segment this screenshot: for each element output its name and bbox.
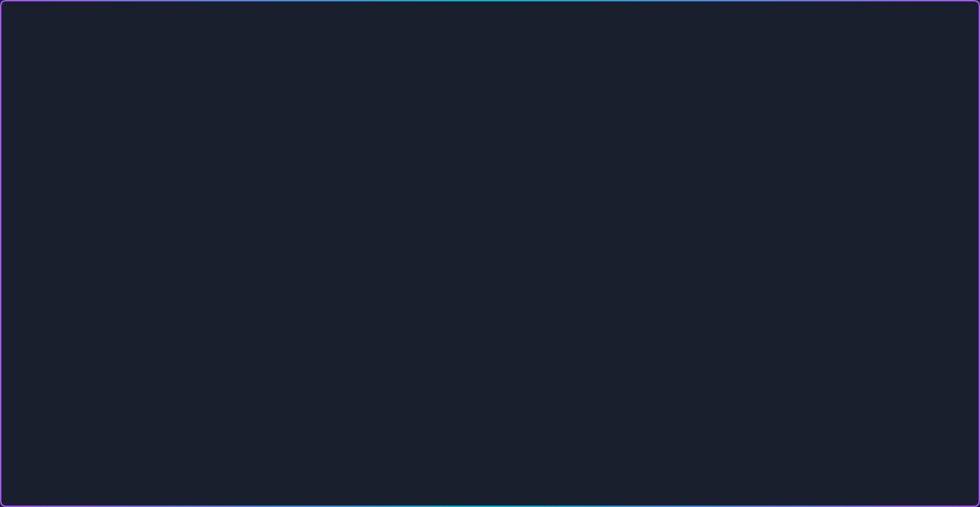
claim-label: Claim 1.89 GAS — [401, 408, 436, 413]
cell-ticker: NEO — [335, 297, 364, 304]
windows-size: 88.79 MB (Neon.exe) — [309, 113, 382, 122]
donut-chart: $39,194 — [509, 266, 558, 315]
token-panel-title: Token Balances — [334, 257, 497, 263]
laptop-base — [288, 445, 692, 458]
app-sidebar: ⌂ ↑ ↓ ≡ ☆ ⚙ ◉ — [299, 232, 325, 439]
legend-item-gas: GAS 17,2405068 $10,452 — [564, 276, 673, 281]
macos-size: 134.15 MB (Neon.dmg) — [395, 113, 474, 122]
cell-ticker: DBC — [335, 287, 364, 295]
svg-text:16:00: 16:00 — [606, 408, 615, 412]
logo-area: neonwallet — [404, 22, 577, 53]
claim-gas-button[interactable]: ⬇ Claim 1.89 GAS — [334, 404, 497, 417]
portfolio-panel: Total Portfolio Value — [505, 253, 677, 333]
holdings-grid: NEO 125 $128.36 +3.40% GAS 17.25 — [334, 365, 497, 400]
chart-tab-1day[interactable]: 1 DAY — [578, 341, 595, 347]
app-screen: ♥ neonwallet ⌂ ↑ ↓ ≡ ☆ — [299, 210, 681, 439]
neo-amount: 125 — [334, 371, 414, 383]
manage-legacy-action[interactable]: Manage Neo Legacy Wallet — [594, 238, 653, 242]
linux-appimage-size: 135.88 MB (Neon.AppImage) — [577, 113, 676, 122]
legend-item-rpx: RPX 1,299.56 $6,227 — [564, 283, 673, 288]
app-topbar: NEO LEGACY Address: Ad1Nj2bGS1nUlpnZuYbG… — [325, 232, 681, 249]
cell-price: 128.36 — [441, 297, 466, 304]
holdings-total: TOTAL $20,820 — [334, 350, 497, 360]
download-macos-button[interactable]: Download — [397, 126, 472, 149]
download-windows-button[interactable]: Download ⊞ — [304, 126, 386, 149]
cell-price: 12.47 — [441, 277, 466, 285]
gas-price: $2.69 — [418, 383, 498, 388]
cell-holdings: 10,000 — [402, 287, 440, 295]
portfolio-total: $39,194 — [509, 266, 558, 315]
sidebar-contacts[interactable]: ☆ — [304, 315, 320, 331]
cell-pl: -13.31 — [468, 277, 496, 285]
macos-platform: Mac OS — [418, 99, 450, 109]
sidebar-network[interactable]: ◉ — [304, 354, 320, 369]
chart-panel: Market Data NEO NALD 1 DAY — [505, 337, 677, 435]
chart-tab-nald[interactable]: NALD — [558, 341, 575, 347]
release-link[interactable]: Latest release information and checksum … — [391, 161, 589, 172]
cell-pl: +3.40 — [468, 297, 496, 304]
holdings-title: Holdings — [334, 341, 497, 347]
app-header-icon: ♥ — [458, 215, 468, 225]
neo-legacy-badge: NEO LEGACY — [331, 237, 368, 243]
svg-point-9 — [597, 369, 601, 372]
sidebar-settings[interactable]: ⚙ — [304, 335, 320, 350]
linux-deb-size: 80.00 MB (Neon.deb) — [489, 113, 562, 122]
app-content-grid: Token Balances TICKER TOKEN HOLDINGS — [325, 249, 681, 439]
topbar-address: Address: Ad1Nj2bGS1nUlpnZuYbGJuYCp1XitKG… — [374, 238, 587, 242]
download-linux-appimage-button[interactable]: Download 🐧 — [584, 126, 670, 149]
portfolio-content: $39,194 NEO $17,545 — [509, 266, 673, 329]
download-linux-deb-button[interactable]: Download 🐧 — [482, 126, 569, 149]
table-row: RPX Red Pulse 1,000 12.47 -13.31 — [335, 277, 496, 285]
app-header-text: neonwallet — [472, 216, 523, 224]
table-row: DBC DeepBrain 10,000 0.44 +12.11 — [335, 287, 496, 295]
legend-dot-gas — [564, 276, 568, 280]
sidebar-receive[interactable]: ↓ — [304, 276, 320, 292]
download-windows: Windows 88.79 MB (Neon.exe) Download ⊞ — [304, 99, 386, 149]
market-chart: $164.59 12:00 04:00 08:00 12:00 16:00 20… — [509, 350, 673, 413]
sidebar-home[interactable]: ⌂ — [304, 238, 320, 253]
tagline: An open source cross-platform light wall… — [231, 65, 749, 83]
col-pl: P&L — [468, 267, 496, 276]
legend-dot-neo — [564, 269, 568, 273]
coz-badge: ✕ COZ — [480, 428, 500, 433]
sidebar-history[interactable]: ≡ — [304, 296, 320, 311]
gas-change: +2.03% — [448, 393, 466, 399]
laptop-foot — [365, 458, 615, 467]
legend-item-dbc: DBC 16,000 $4,090 — [564, 290, 673, 294]
gas-amount: 17.25 — [418, 371, 498, 383]
laptop: ♥ neonwallet ⌂ ↑ ↓ ≡ ☆ — [288, 191, 692, 467]
svg-text:12:00: 12:00 — [582, 408, 591, 412]
sidebar-send[interactable]: ↑ — [304, 257, 320, 272]
laptop-screen: ♥ neonwallet ⌂ ↑ ↓ ≡ ☆ — [299, 210, 681, 439]
cell-holdings: 1,000 — [402, 277, 440, 285]
logo-icon — [404, 22, 434, 53]
refresh-action[interactable]: Refresh — [658, 238, 676, 242]
legend-dot-dbc — [564, 290, 568, 294]
app-layout: ⌂ ↑ ↓ ≡ ☆ ⚙ ◉ — [299, 232, 681, 439]
legend-dot-rpx — [564, 283, 568, 287]
svg-text:24:00: 24:00 — [655, 408, 664, 412]
app-header: ♥ neonwallet — [299, 210, 681, 232]
download-section: Windows 88.79 MB (Neon.exe) Download ⊞ M… — [304, 99, 676, 149]
main-content: neonwallet An open source cross-platform… — [0, 0, 980, 467]
token-balances-panel: Token Balances TICKER TOKEN HOLDINGS — [329, 253, 501, 333]
svg-text:12:00: 12:00 — [511, 408, 520, 412]
svg-text:20:00: 20:00 — [630, 408, 639, 412]
laptop-mockup: ♥ neonwallet ⌂ ↑ ↓ ≡ ☆ — [288, 191, 692, 467]
download-macos: Mac OS 134.15 MB (Neon.dmg) Download — [395, 99, 474, 149]
chart-tab-neo[interactable]: NEO — [541, 341, 555, 347]
chart-header: Market Data NEO NALD 1 DAY — [509, 341, 673, 347]
svg-text:08:00: 08:00 — [559, 408, 568, 412]
gas-label: GAS — [418, 365, 498, 369]
holdings-total-value: $20,820 — [359, 350, 391, 360]
chart-title: Market Data — [509, 341, 538, 347]
col-holdings: HOLDINGS — [402, 267, 440, 276]
app-main: NEO LEGACY Address: Ad1Nj2bGS1nUlpnZuYbG… — [325, 232, 681, 439]
neo-label: NEO — [334, 365, 414, 369]
holding-neo: NEO 125 $128.36 +3.40% — [334, 365, 414, 400]
holding-gas: GAS 17.25 $2.69 +2.03% — [418, 365, 498, 400]
screen-bezel: ♥ neonwallet ⌂ ↑ ↓ ≡ ☆ — [288, 191, 692, 445]
logo-text: neonwallet — [443, 25, 577, 51]
windows-platform: Windows — [327, 99, 364, 109]
laptop-camera — [488, 201, 492, 206]
